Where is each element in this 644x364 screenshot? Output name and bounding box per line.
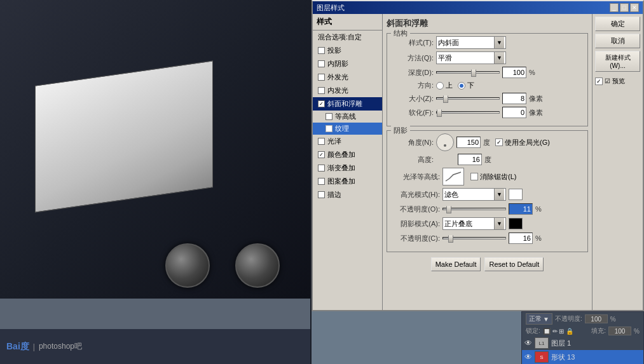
- shadow-opacity-label: 不透明度(C):: [392, 234, 440, 243]
- depth-slider[interactable]: [436, 71, 500, 74]
- angle-input[interactable]: [456, 137, 481, 148]
- contour-checkbox[interactable]: [325, 113, 332, 120]
- shadow-color-swatch[interactable]: [509, 218, 523, 229]
- highlight-mode-row: 高光模式(H): 滤色 ▼: [392, 188, 582, 201]
- angle-row: 角度(N): 度 使用全局光(G): [392, 133, 582, 151]
- fill-input[interactable]: [608, 327, 631, 335]
- direction-up-radio[interactable]: [436, 82, 444, 90]
- altitude-label: 高度:: [392, 155, 434, 165]
- method-dropdown-arrow[interactable]: ▼: [494, 52, 504, 64]
- sidebar-item-bevel-emboss[interactable]: 斜面和浮雕: [313, 97, 382, 111]
- sidebar-item-outer-glow[interactable]: 外发光: [313, 71, 382, 84]
- direction-down-item[interactable]: 下: [458, 81, 474, 90]
- sidebar-item-color-overlay[interactable]: 颜色叠加: [313, 148, 382, 161]
- pattern-overlay-label: 图案叠加: [327, 177, 355, 186]
- texture-checkbox[interactable]: [325, 125, 332, 132]
- style-dropdown[interactable]: 内斜面 ▼: [436, 36, 506, 49]
- soften-input[interactable]: [502, 107, 526, 118]
- color-overlay-checkbox[interactable]: [318, 151, 325, 158]
- stroke-checkbox[interactable]: [318, 191, 325, 198]
- direction-up-item[interactable]: 上: [436, 81, 453, 90]
- altitude-input[interactable]: [458, 154, 482, 165]
- highlight-mode-label: 高光模式(H):: [392, 190, 440, 199]
- preview-checkbox[interactable]: [595, 78, 603, 85]
- layer-2-row[interactable]: 👁 S 形状 13: [522, 350, 643, 364]
- structure-group: 结构 样式(T): 内斜面 ▼ 方法(Q): 平滑 ▼: [387, 33, 588, 126]
- layer-2-name: 形状 13: [551, 353, 575, 362]
- highlight-mode-dropdown[interactable]: 滤色 ▼: [442, 188, 506, 201]
- shadow-mode-dropdown[interactable]: 正片叠底 ▼: [442, 217, 506, 230]
- highlight-opacity-slider[interactable]: [442, 208, 506, 210]
- style-dropdown-arrow[interactable]: ▼: [494, 37, 504, 48]
- reset-to-default-button[interactable]: Reset to Default: [484, 257, 544, 271]
- paper-area: [35, 60, 213, 212]
- opacity-input[interactable]: [585, 314, 608, 323]
- bottom-strip: Bai度 | photoshop吧: [0, 329, 312, 364]
- sidebar-item-blending[interactable]: 混合选项:自定: [313, 30, 382, 44]
- use-global-light-checkbox[interactable]: [495, 138, 503, 146]
- highlight-opacity-input[interactable]: [509, 203, 533, 215]
- highlight-color-swatch[interactable]: [509, 189, 523, 200]
- confirm-button[interactable]: 确定: [595, 17, 640, 31]
- gloss-contour-box[interactable]: [442, 168, 464, 185]
- size-input[interactable]: [502, 93, 526, 104]
- bevel-emboss-checkbox[interactable]: [318, 100, 325, 107]
- use-global-light-item[interactable]: 使用全局光(G): [495, 138, 550, 147]
- highlight-opacity-thumb[interactable]: [446, 206, 451, 213]
- sidebar-item-drop-shadow[interactable]: 投影: [313, 44, 382, 57]
- new-style-button[interactable]: 新建样式(W)...: [595, 51, 640, 72]
- pattern-overlay-checkbox[interactable]: [318, 178, 325, 185]
- outer-glow-label: 外发光: [327, 72, 348, 82]
- minimize-button[interactable]: _: [610, 3, 619, 12]
- soften-slider-thumb[interactable]: [437, 109, 442, 117]
- sidebar-item-satin[interactable]: 光泽: [313, 135, 382, 148]
- shadow-mode-arrow[interactable]: ▼: [494, 218, 504, 229]
- sidebar-item-stroke[interactable]: 描边: [313, 188, 382, 201]
- close-button[interactable]: ✕: [630, 3, 639, 12]
- direction-down-radio[interactable]: [458, 82, 465, 90]
- make-default-button[interactable]: Make Default: [431, 257, 481, 271]
- depth-slider-thumb[interactable]: [471, 69, 476, 77]
- sidebar-item-contour[interactable]: 等高线: [313, 111, 382, 123]
- soften-unit: 像素: [529, 108, 543, 118]
- sidebar-item-texture[interactable]: 纹理: [313, 123, 382, 135]
- maximize-button[interactable]: □: [620, 3, 629, 12]
- antialias-checkbox[interactable]: [470, 173, 478, 180]
- shadow-group: 阴影 角度(N): 度 使用全局光(G) 高度:: [387, 130, 588, 252]
- shadow-opacity-thumb[interactable]: [448, 235, 453, 243]
- sidebar-item-inner-shadow[interactable]: 内阴影: [313, 57, 382, 71]
- depth-input[interactable]: [502, 67, 526, 78]
- gradient-overlay-label: 渐变叠加: [327, 163, 355, 173]
- size-slider-thumb[interactable]: [443, 95, 448, 103]
- styles-sidebar: 样式 混合选项:自定 投影 内阴影 外发光 内发光: [313, 14, 383, 310]
- use-global-light-label: 使用全局光(G): [505, 138, 550, 147]
- drop-shadow-checkbox[interactable]: [318, 47, 325, 54]
- shadow-opacity-input[interactable]: [509, 233, 533, 244]
- cancel-button[interactable]: 取消: [595, 34, 640, 48]
- angle-dial[interactable]: [436, 133, 454, 151]
- depth-unit: %: [529, 69, 535, 76]
- inner-shadow-checkbox[interactable]: [318, 60, 325, 67]
- sidebar-item-gradient-overlay[interactable]: 渐变叠加: [313, 161, 382, 175]
- method-dropdown-value: 平滑: [438, 53, 494, 63]
- outer-glow-checkbox[interactable]: [318, 74, 325, 81]
- preview-item[interactable]: ☑ 预览: [595, 77, 640, 86]
- antialias-item[interactable]: 消除锯齿(L): [470, 172, 516, 182]
- layer-1-row[interactable]: 👁 L1 图层 1: [522, 336, 643, 350]
- satin-checkbox[interactable]: [318, 138, 325, 145]
- blend-mode-value: 正常: [529, 314, 542, 323]
- stroke-label: 描边: [327, 190, 341, 199]
- blend-mode-dropdown[interactable]: 正常 ▼: [526, 313, 552, 325]
- layer-1-eye-icon[interactable]: 👁: [524, 339, 532, 347]
- opacity-label: 不透明度:: [555, 314, 582, 323]
- soften-slider[interactable]: [436, 111, 500, 114]
- inner-glow-checkbox[interactable]: [318, 87, 325, 94]
- sidebar-item-inner-glow[interactable]: 内发光: [313, 84, 382, 97]
- highlight-mode-arrow[interactable]: ▼: [494, 189, 504, 200]
- layer-2-eye-icon[interactable]: 👁: [524, 353, 532, 361]
- gradient-overlay-checkbox[interactable]: [318, 165, 325, 172]
- sidebar-item-pattern-overlay[interactable]: 图案叠加: [313, 175, 382, 188]
- size-slider[interactable]: [436, 97, 500, 100]
- shadow-opacity-slider[interactable]: [442, 237, 506, 239]
- method-dropdown[interactable]: 平滑 ▼: [436, 51, 506, 64]
